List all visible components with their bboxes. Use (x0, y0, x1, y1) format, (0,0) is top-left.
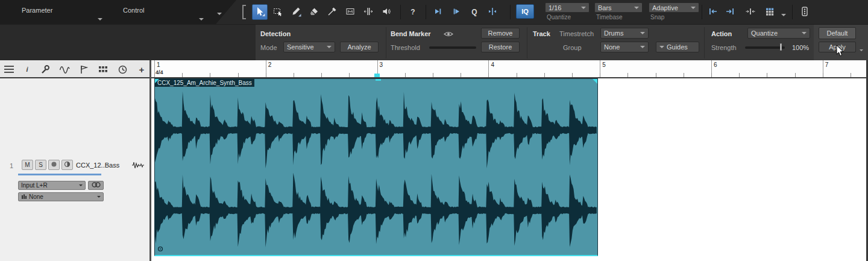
track-section-title: Track (533, 30, 550, 37)
panel-divider (704, 27, 705, 58)
mute-button[interactable]: M (22, 160, 33, 170)
track-view-button[interactable] (797, 4, 813, 20)
ruler-beat-tick (795, 73, 796, 77)
ruler-beat-tick (461, 73, 461, 77)
track-number: 1 (10, 162, 13, 169)
remove-button[interactable]: Remove (481, 28, 520, 39)
clip-handle-top-left[interactable] (155, 79, 159, 83)
listen-tool-button[interactable] (379, 4, 394, 20)
playhead-marker[interactable] (374, 74, 380, 77)
range-tool-icon (272, 6, 283, 18)
strength-slider[interactable] (745, 46, 785, 49)
clip-options-icon[interactable] (157, 246, 163, 253)
iq-button[interactable]: IQ (516, 4, 534, 19)
panel-overflow-caret[interactable] (860, 45, 863, 52)
mode-select[interactable]: Sensitive (283, 42, 335, 52)
default-button[interactable]: Default (819, 27, 856, 39)
parameter-menu[interactable]: Parameter (22, 7, 52, 14)
nudge-right-button[interactable] (722, 4, 738, 20)
snap-select[interactable]: Adaptive (649, 2, 699, 13)
clip-playhead-tick (376, 79, 381, 81)
marker-flag-button[interactable] (77, 64, 90, 75)
mouse-cursor (836, 45, 844, 58)
ruler-bar-number: 2 (268, 61, 272, 68)
grid-button[interactable] (96, 64, 110, 75)
ruler-beat-tick (154, 73, 155, 77)
analyze-button[interactable]: Analyze (340, 42, 379, 52)
menu-overflow-caret[interactable] (217, 9, 222, 16)
restore-button[interactable]: Restore (481, 42, 520, 52)
help-button[interactable]: ? (405, 4, 421, 20)
bend-split-tool-button[interactable] (360, 4, 376, 20)
bend-marker-next-icon (451, 6, 462, 18)
clip-handle-top-right[interactable] (593, 79, 597, 84)
quantize-tool-button[interactable]: Q (467, 4, 482, 20)
mute-tool-button[interactable] (342, 4, 358, 20)
audio-bend-panel: Detection Mode Sensitive Analyze Bend Ma… (0, 24, 868, 60)
panel-divider (527, 27, 527, 58)
grid-options-button[interactable] (761, 4, 779, 20)
line-tool-button[interactable] (324, 4, 340, 20)
ruler-beat-tick (656, 73, 656, 77)
track-name[interactable]: CCX_12..Bass (76, 162, 119, 169)
splitter-button[interactable] (743, 4, 758, 20)
arrow-tool-button[interactable] (252, 4, 268, 20)
solo-button[interactable]: S (35, 160, 46, 170)
action-title: Action (711, 30, 732, 37)
control-menu[interactable]: Control (123, 7, 144, 14)
toolbar-separator (426, 5, 426, 19)
timestretch-select[interactable]: Drums (600, 28, 649, 39)
nudge-right-icon (725, 6, 735, 18)
quantize-select[interactable]: 1/16 (545, 2, 590, 13)
strength-label: Strength (711, 44, 737, 51)
bend-marker-prev-button[interactable] (430, 4, 446, 20)
add-track-button[interactable]: + (135, 64, 148, 75)
group-select[interactable]: None (600, 42, 649, 52)
ruler-beat-tick (544, 73, 545, 77)
insert-select[interactable]: None (18, 192, 104, 201)
ruler-beat-tick (851, 73, 851, 77)
ruler-bar-number: 4 (491, 61, 494, 68)
track-menu-button[interactable] (2, 64, 16, 75)
strength-slider-handle[interactable] (780, 43, 782, 51)
range-tool-button[interactable] (270, 4, 286, 20)
clip-name: CCX_125_Am_Archie_Synth_Bass (155, 79, 254, 87)
guides-select[interactable]: Guides (656, 42, 699, 52)
automation-button[interactable] (58, 64, 71, 75)
tempo-button[interactable] (116, 64, 129, 75)
nudge-left-icon (708, 6, 719, 18)
timeline-ruler[interactable]: 1234567 4/4 (151, 60, 866, 78)
bend-marker-tool-button[interactable] (485, 4, 500, 20)
snap-label: Snap (650, 14, 664, 20)
bend-marker-prev-icon (433, 6, 444, 18)
ruler-beat-tick (182, 73, 183, 77)
track-view-icon (799, 6, 810, 18)
parameter-menu-caret[interactable] (98, 14, 102, 22)
detection-title: Detection (260, 30, 291, 37)
audio-clip[interactable]: CCX_125_Am_Archie_Synth_Bass (154, 78, 598, 256)
tools-button[interactable] (39, 64, 52, 75)
record-arm-button[interactable] (48, 160, 60, 170)
snap-select-value: Adaptive (652, 4, 678, 11)
action-select[interactable]: Quantize (747, 28, 810, 39)
stereo-link-toggle[interactable] (88, 181, 104, 190)
group-label: Group (563, 44, 582, 51)
timebase-select[interactable]: Bars (594, 2, 643, 13)
bend-marker-next-button[interactable] (448, 4, 464, 20)
ruler-beat-tick (823, 73, 823, 77)
track-color-bar[interactable] (18, 174, 101, 175)
threshold-slider[interactable] (429, 46, 476, 49)
control-menu-caret[interactable] (199, 14, 204, 22)
inspector-button[interactable]: i (20, 64, 34, 75)
bend-marker-visibility-icon[interactable] (444, 31, 453, 39)
nudge-left-button[interactable] (705, 4, 721, 20)
ruler-beat-tick (433, 73, 433, 77)
eraser-tool-button[interactable] (306, 4, 322, 20)
grid-options-caret[interactable] (781, 10, 786, 17)
insert-bars-icon (21, 193, 27, 201)
channel-mode-button[interactable] (61, 160, 73, 170)
input-select[interactable]: Input L+R (18, 181, 86, 190)
pencil-tool-icon (291, 6, 301, 18)
pencil-tool-button[interactable] (288, 4, 304, 20)
ruler-beat-tick (321, 73, 322, 77)
